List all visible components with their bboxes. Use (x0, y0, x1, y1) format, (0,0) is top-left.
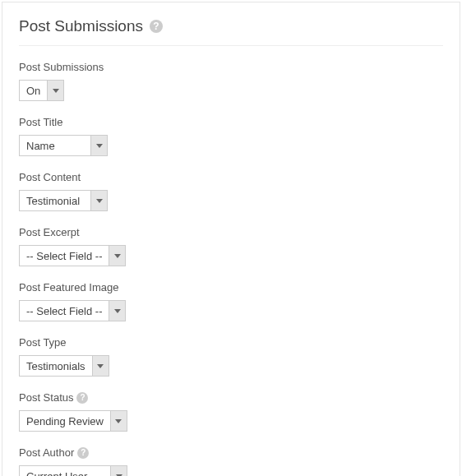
post-excerpt-select[interactable]: -- Select Field -- (19, 245, 126, 266)
field-label: Post Submissions (19, 61, 443, 73)
label-text: Post Status (19, 391, 73, 404)
post-author-select[interactable]: Current User (19, 465, 127, 476)
field-label: Post Content (19, 171, 443, 183)
chevron-down-icon (110, 411, 127, 431)
field-post-content: Post Content Testimonial (19, 171, 443, 211)
field-label: Post Author ? (19, 446, 443, 459)
label-text: Post Excerpt (19, 226, 80, 238)
field-post-status: Post Status ? Pending Review (19, 391, 443, 432)
post-submissions-panel: Post Submissions ? Post Submissions On P… (2, 2, 460, 476)
label-text: Post Featured Image (19, 281, 118, 293)
select-value: Pending Review (20, 411, 110, 431)
field-label: Post Featured Image (19, 281, 443, 293)
field-post-submissions: Post Submissions On (19, 61, 443, 101)
panel-title: Post Submissions (19, 17, 143, 35)
select-value: -- Select Field -- (20, 301, 109, 321)
field-post-title: Post Title Name (19, 116, 443, 156)
label-text: Post Type (19, 336, 67, 349)
select-value: Current User (20, 466, 110, 476)
help-icon[interactable]: ? (77, 447, 89, 459)
chevron-down-icon (90, 136, 107, 155)
field-post-author: Post Author ? Current User (19, 446, 443, 476)
chevron-down-icon (47, 81, 63, 100)
panel-header: Post Submissions ? (19, 17, 443, 46)
field-label: Post Excerpt (19, 226, 443, 238)
select-value: Name (20, 136, 90, 155)
chevron-down-icon (92, 356, 109, 376)
select-value: Testimonial (20, 191, 90, 210)
label-text: Post Content (19, 171, 81, 183)
field-label: Post Title (19, 116, 443, 128)
select-value: On (20, 81, 47, 100)
post-status-select[interactable]: Pending Review (19, 410, 127, 432)
help-icon[interactable]: ? (150, 20, 163, 33)
post-title-select[interactable]: Name (19, 135, 108, 156)
chevron-down-icon (109, 246, 125, 266)
field-post-excerpt: Post Excerpt -- Select Field -- (19, 226, 443, 266)
field-label: Post Status ? (19, 391, 443, 404)
chevron-down-icon (109, 301, 125, 321)
chevron-down-icon (90, 191, 107, 210)
field-post-type: Post Type Testimonials (19, 336, 443, 377)
label-text: Post Submissions (19, 61, 104, 73)
chevron-down-icon (110, 466, 127, 476)
post-submissions-select[interactable]: On (19, 80, 64, 101)
label-text: Post Title (19, 116, 62, 128)
field-post-featured-image: Post Featured Image -- Select Field -- (19, 281, 443, 321)
label-text: Post Author (19, 446, 74, 459)
help-icon[interactable]: ? (76, 392, 88, 404)
post-content-select[interactable]: Testimonial (19, 190, 108, 211)
select-value: Testimonials (20, 356, 92, 376)
select-value: -- Select Field -- (20, 246, 109, 266)
post-featured-image-select[interactable]: -- Select Field -- (19, 300, 126, 321)
field-label: Post Type (19, 336, 443, 349)
post-type-select[interactable]: Testimonials (19, 355, 109, 377)
